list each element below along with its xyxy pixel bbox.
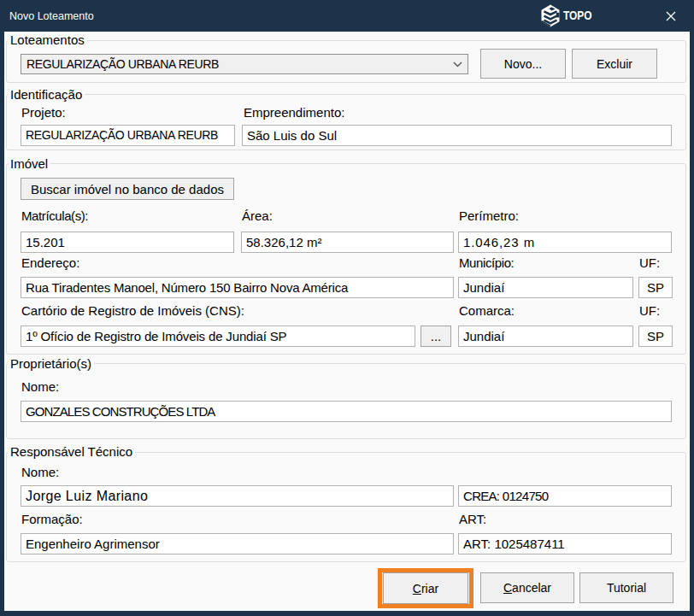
svg-text:TOPO: TOPO	[563, 9, 592, 22]
